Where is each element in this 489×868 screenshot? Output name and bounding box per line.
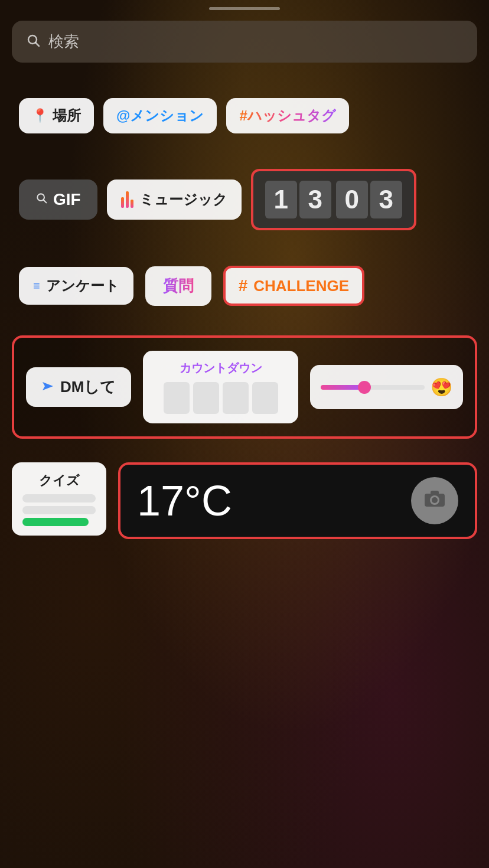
quiz-title: クイズ xyxy=(22,472,96,490)
quiz-bars xyxy=(22,494,96,526)
location-label: 場所 xyxy=(53,106,81,125)
clock-min2: 3 xyxy=(370,181,402,218)
music-bars-icon xyxy=(121,191,133,208)
camera-icon xyxy=(423,489,446,513)
dm-icon xyxy=(41,380,54,395)
svg-point-7 xyxy=(432,497,438,503)
gif-search-icon xyxy=(35,192,47,207)
clock-hour2: 3 xyxy=(299,181,331,218)
countdown-tiles xyxy=(164,382,278,414)
location-sticker[interactable]: 📍 場所 xyxy=(19,98,94,133)
notch-bar xyxy=(209,7,280,10)
hashtag-label: #ハッシュタグ xyxy=(239,106,335,125)
row-stickers-1: 📍 場所 @メンション #ハッシュタグ xyxy=(19,98,470,133)
dm-sticker[interactable]: DMして xyxy=(26,367,131,407)
quiz-bar-2 xyxy=(22,506,96,514)
svg-line-3 xyxy=(44,200,47,203)
question-sticker[interactable]: 質問 xyxy=(145,266,211,306)
mention-sticker[interactable]: @メンション xyxy=(103,98,217,133)
slider-thumb xyxy=(358,381,371,394)
countdown-tile-4 xyxy=(252,382,278,414)
poll-label: アンケート xyxy=(46,276,119,295)
slider-emoji: 😍 xyxy=(431,377,452,397)
quiz-bar-3 xyxy=(22,518,89,526)
countdown-tile-2 xyxy=(193,382,219,414)
row-stickers-4: DMして カウントダウン 😍 xyxy=(12,335,477,439)
svg-marker-4 xyxy=(43,382,53,390)
search-icon xyxy=(26,33,40,51)
temperature-value: 17°C xyxy=(137,477,232,525)
dm-label: DMして xyxy=(60,377,116,397)
countdown-sticker[interactable]: カウントダウン xyxy=(143,351,298,423)
row-stickers-5: クイズ 17°C xyxy=(12,462,477,539)
poll-sticker[interactable]: ≡ アンケート xyxy=(19,267,133,305)
quiz-bar-1 xyxy=(22,494,96,502)
row-stickers-3: ≡ アンケート 質問 # CHALLENGE xyxy=(19,266,470,306)
svg-line-1 xyxy=(36,43,40,46)
camera-button[interactable] xyxy=(411,477,458,524)
gif-label: GIF xyxy=(53,190,81,209)
countdown-tile-1 xyxy=(164,382,190,414)
pin-icon: 📍 xyxy=(32,108,48,123)
clock-hours: 1 3 xyxy=(265,181,331,218)
slider-track xyxy=(321,385,425,390)
music-sticker[interactable]: ミュージック xyxy=(107,180,242,220)
clock-hour1: 1 xyxy=(265,181,297,218)
clock-minutes: 0 3 xyxy=(336,181,402,218)
search-placeholder-text: 検索 xyxy=(48,31,79,52)
svg-rect-8 xyxy=(431,491,439,495)
clock-min1: 0 xyxy=(336,181,368,218)
quiz-sticker[interactable]: クイズ xyxy=(12,462,106,536)
search-bar[interactable]: 検索 xyxy=(12,21,477,63)
hashtag-sticker[interactable]: #ハッシュタグ xyxy=(226,98,348,133)
poll-icon: ≡ xyxy=(33,279,40,293)
slider-sticker[interactable]: 😍 xyxy=(310,365,463,409)
mention-label: @メンション xyxy=(116,106,204,125)
question-label: 質問 xyxy=(163,277,194,295)
challenge-label: CHALLENGE xyxy=(253,277,349,295)
challenge-sticker[interactable]: # CHALLENGE xyxy=(223,266,364,306)
gif-sticker[interactable]: GIF xyxy=(19,180,97,220)
countdown-label: カウントダウン xyxy=(180,360,262,376)
challenge-hash-icon: # xyxy=(239,276,248,295)
temperature-sticker[interactable]: 17°C xyxy=(118,462,477,539)
row-stickers-2: GIF ミュージック 1 3 0 3 xyxy=(19,169,470,230)
countdown-tile-3 xyxy=(223,382,249,414)
clock-sticker[interactable]: 1 3 0 3 xyxy=(251,169,416,230)
music-label: ミュージック xyxy=(139,190,227,209)
